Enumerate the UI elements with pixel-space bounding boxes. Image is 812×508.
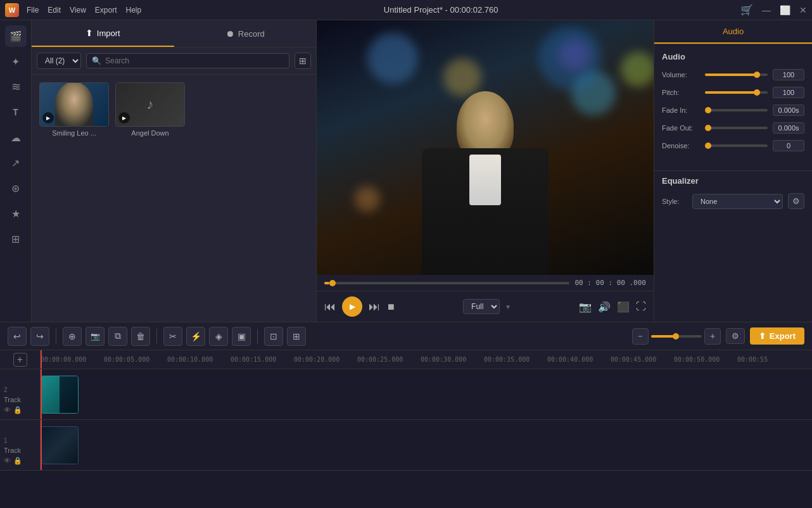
media-thumb-video: ▶ xyxy=(39,82,109,127)
play-button[interactable]: ▶ xyxy=(342,296,362,317)
fade-in-slider[interactable] xyxy=(705,109,768,111)
search-input[interactable] xyxy=(105,56,284,65)
track-number-1: 1 xyxy=(4,437,36,444)
sidebar-icon-transition[interactable]: ↗ xyxy=(5,152,27,174)
screenshot-button[interactable]: 📷 xyxy=(579,301,592,313)
menu-view[interactable]: View xyxy=(70,6,86,15)
equalizer-section: Equalizer Style: None Rock Pop Jazz Clas… xyxy=(654,176,812,217)
fade-out-thumb xyxy=(705,125,711,131)
tab-audio[interactable]: Audio xyxy=(654,20,812,44)
redo-button[interactable]: ↪ xyxy=(30,327,49,346)
fullscreen-button[interactable]: ⛶ xyxy=(636,301,646,313)
cart-icon[interactable]: 🛒 xyxy=(740,4,753,16)
ruler-mark-3: 00:00:15.000 xyxy=(231,356,276,363)
crop-timeline-button[interactable]: ▣ xyxy=(232,327,251,346)
timeline-settings-button[interactable]: ⚙ xyxy=(726,328,745,344)
eq-customize-button[interactable]: ⚙ xyxy=(788,193,804,209)
split-button[interactable]: ⊞ xyxy=(287,327,306,346)
volume-slider[interactable] xyxy=(705,73,768,76)
eq-row: Style: None Rock Pop Jazz Classical ⚙ xyxy=(662,193,804,209)
media-toolbar: All (2) 🔍 ⊞ xyxy=(32,48,316,75)
timeline-ruler: + 00:00:00.000 00:00:05.000 00:00:10.000… xyxy=(0,350,812,369)
playhead xyxy=(41,350,42,369)
zoom-out-button[interactable]: － xyxy=(632,328,649,345)
sidebar-icon-effects[interactable]: ✦ xyxy=(5,51,27,72)
sidebar-icon-media[interactable]: 🎬 xyxy=(5,25,27,47)
add-media-button[interactable]: ⊕ xyxy=(63,327,82,346)
fade-in-param: Fade In: 0.000s xyxy=(662,105,804,116)
track-lock-1[interactable]: 🔒 xyxy=(13,457,22,465)
menu-file[interactable]: File xyxy=(27,6,39,15)
subtitle-button[interactable]: ⊡ xyxy=(264,327,283,346)
sidebar-icon-star[interactable]: ★ xyxy=(5,203,27,224)
ruler-mark-5: 00:00:25.000 xyxy=(357,356,403,363)
grid-view-button[interactable]: ⊞ xyxy=(295,53,311,69)
volume-button[interactable]: 🔊 xyxy=(598,301,611,313)
progress-bar[interactable] xyxy=(324,282,569,284)
media-item-video[interactable]: ▶ Smiling Leo ... xyxy=(39,82,109,137)
tab-import[interactable]: ⬆ Import xyxy=(32,20,174,47)
search-icon: 🔍 xyxy=(92,56,101,65)
add-track-button[interactable]: + xyxy=(13,353,27,367)
track-number-2: 2 xyxy=(4,386,36,393)
track-clip-2[interactable] xyxy=(41,376,79,414)
track-lock-2[interactable]: 🔒 xyxy=(13,406,22,414)
zoom-fill xyxy=(651,335,674,338)
media-item-audio[interactable]: ♪ ▶ Angel Down xyxy=(115,82,185,137)
camera-button[interactable]: 📷 xyxy=(86,327,105,346)
toolbar-separator-3 xyxy=(257,329,258,344)
flash-button[interactable]: ⚡ xyxy=(186,327,205,346)
export-button[interactable]: ⬆ Export xyxy=(750,327,804,345)
undo-button[interactable]: ↩ xyxy=(8,327,27,346)
copy-button[interactable]: ⧉ xyxy=(108,327,127,346)
fade-in-label: Fade In: xyxy=(662,106,700,114)
sidebar-icon-audio-wave[interactable]: ≋ xyxy=(5,76,27,98)
skip-back-button[interactable]: ⏮ xyxy=(324,300,336,314)
maximize-button[interactable]: ⬜ xyxy=(780,5,790,15)
media-thumb-audio: ♪ ▶ xyxy=(115,82,185,127)
fade-out-label: Fade Out: xyxy=(662,124,700,132)
media-panel: ⬆ Import ⏺ Record All (2) 🔍 ⊞ xyxy=(32,20,317,322)
sidebar-icon-filter[interactable]: ⊛ xyxy=(5,177,27,199)
menu-edit[interactable]: Edit xyxy=(48,6,61,15)
delete-button[interactable]: 🗑 xyxy=(131,327,150,346)
denoise-value: 0 xyxy=(773,140,804,151)
playback-controls: ⏮ ▶ ⏭ ⏹ Full ▼ 📷 🔊 ⬛ ⛶ xyxy=(317,291,654,322)
close-button[interactable]: ✕ xyxy=(799,5,807,15)
cut-button[interactable]: ✂ xyxy=(163,327,182,346)
track-clip-1[interactable] xyxy=(41,426,79,464)
progress-fill xyxy=(324,282,329,284)
zoom-slider[interactable] xyxy=(651,335,702,338)
stop-button[interactable]: ⏹ xyxy=(386,302,395,312)
sidebar-icon-layout[interactable]: ⊞ xyxy=(5,228,27,250)
menu-help[interactable]: Help xyxy=(126,6,142,15)
denoise-slider[interactable] xyxy=(705,144,768,147)
track-visibility-2[interactable]: 👁 xyxy=(4,406,11,414)
audio-play-indicator: ▶ xyxy=(118,112,130,124)
filter-select[interactable]: All (2) xyxy=(37,53,81,69)
track-header-2: 2 Track 👁 🔒 xyxy=(0,369,41,419)
tab-record[interactable]: ⏺ Record xyxy=(174,20,317,47)
track-visibility-1[interactable]: 👁 xyxy=(4,457,11,465)
track-icons-2: 👁 🔒 xyxy=(4,406,36,414)
pitch-slider[interactable] xyxy=(705,91,768,94)
fade-out-slider[interactable] xyxy=(705,127,768,129)
clip-thumb-1 xyxy=(41,427,78,464)
ruler-mark-6: 00:00:30.000 xyxy=(421,356,466,363)
sidebar-icon-text[interactable]: T xyxy=(5,101,27,123)
menu-export[interactable]: Export xyxy=(95,6,117,15)
eq-style-label: Style: xyxy=(662,198,687,205)
quality-select[interactable]: Full xyxy=(463,299,500,314)
sidebar-icon-cloud[interactable]: ☁ xyxy=(5,127,27,148)
volume-fill xyxy=(705,73,755,76)
crop-button[interactable]: ⬛ xyxy=(617,301,630,313)
fade-out-value: 0.000s xyxy=(773,122,804,134)
track-row-1: 1 Track 👁 🔒 xyxy=(0,420,812,471)
zoom-in-button[interactable]: ＋ xyxy=(704,328,721,345)
color-button[interactable]: ◈ xyxy=(209,327,228,346)
skip-forward-button[interactable]: ⏭ xyxy=(369,300,380,314)
volume-thumb xyxy=(754,72,760,78)
minimize-button[interactable]: — xyxy=(762,5,771,15)
eq-style-select[interactable]: None Rock Pop Jazz Classical xyxy=(692,194,783,209)
audio-section: Audio Volume: 100 Pitch: 100 Fade In: xyxy=(654,44,812,165)
